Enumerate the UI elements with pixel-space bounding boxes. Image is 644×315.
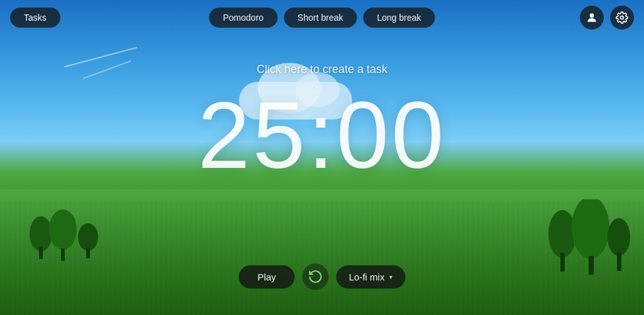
bottom-controls: Play Lo-fi mix ▾: [239, 263, 406, 290]
navbar: Tasks Pomodoro Short break Long break: [0, 0, 644, 35]
task-prompt[interactable]: Click here to create a task: [257, 63, 387, 76]
tab-short-break[interactable]: Short break: [284, 8, 357, 28]
svg-rect-7: [560, 253, 565, 272]
svg-point-12: [590, 13, 594, 18]
tab-pomodoro[interactable]: Pomodoro: [209, 8, 277, 28]
svg-point-8: [572, 199, 609, 259]
svg-point-6: [548, 210, 576, 258]
trees-right: [543, 199, 631, 277]
play-button[interactable]: Play: [239, 265, 295, 289]
svg-point-2: [49, 209, 77, 250]
svg-rect-5: [86, 247, 90, 258]
reset-button[interactable]: [303, 263, 329, 290]
nav-right: [580, 6, 634, 30]
svg-point-10: [608, 218, 630, 256]
svg-rect-3: [61, 248, 65, 261]
svg-point-4: [78, 223, 98, 251]
svg-point-0: [30, 216, 52, 251]
nav-left: Tasks: [10, 8, 60, 28]
dropdown-arrow-icon: ▾: [389, 274, 392, 280]
svg-point-13: [621, 16, 624, 19]
trees-left: [25, 206, 101, 265]
tab-long-break[interactable]: Long break: [363, 8, 435, 28]
nav-tabs: Pomodoro Short break Long break: [209, 8, 435, 28]
svg-rect-9: [589, 256, 594, 275]
svg-rect-1: [39, 246, 43, 259]
music-button[interactable]: Lo-fi mix ▾: [336, 265, 406, 289]
svg-rect-11: [617, 252, 621, 271]
music-label: Lo-fi mix: [349, 272, 385, 282]
tasks-button[interactable]: Tasks: [10, 8, 60, 28]
settings-icon: [616, 11, 628, 24]
user-icon-button[interactable]: [580, 6, 604, 30]
timer-display: 25:00: [197, 88, 446, 182]
settings-icon-button[interactable]: [610, 6, 634, 30]
reset-icon: [308, 269, 323, 284]
user-icon: [586, 11, 598, 24]
